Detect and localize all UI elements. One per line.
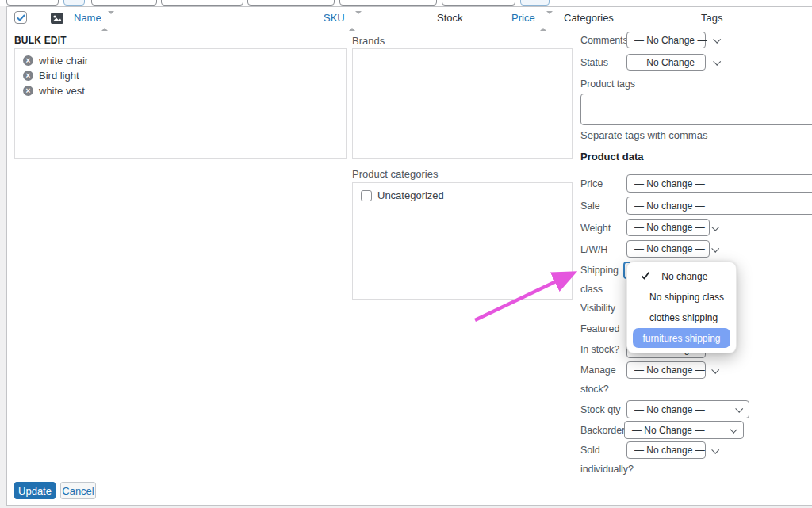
stock-qty-select[interactable]: — No change — [626,400,749,418]
column-header-categories: Categories [564,12,614,24]
image-column-icon [51,13,63,24]
product-name: white vest [39,85,85,97]
filter-input-1[interactable] [6,0,59,6]
sort-icon[interactable] [102,14,108,24]
bulk-edit-title: BULK EDIT [14,35,67,46]
product-categories-list: Uncategorized [352,182,573,300]
comments-select[interactable]: — No Change — [626,32,706,48]
sale-label: Sale [580,201,600,212]
update-button[interactable]: Update [14,482,56,499]
comments-label: Comments [580,35,628,46]
check-icon [641,271,650,281]
column-header-price[interactable]: Price [511,12,535,24]
product-tags-label: Product tags [580,78,635,90]
column-header-name[interactable]: Name [74,12,102,24]
select-all-checkbox[interactable] [14,11,27,24]
weight-label: Weight [580,223,611,234]
list-item: × white vest [23,85,85,97]
weight-select[interactable]: — No change — [626,219,710,236]
category-option-label: Uncategorized [377,189,444,201]
product-tags-input[interactable] [580,94,812,125]
sale-select[interactable]: — No change — [626,197,812,215]
brands-label: Brands [352,35,385,47]
uncategorized-checkbox[interactable] [361,190,372,201]
sold-individually-label-line1: Sold [580,445,600,456]
column-header-tags: Tags [701,12,722,24]
list-item: × white chair [23,55,88,67]
remove-product-icon[interactable]: × [23,71,33,81]
sold-individually-label-line2: individually? [580,464,634,475]
menu-item-no-change[interactable]: — No change — [633,266,730,286]
filter-input-4[interactable] [247,0,335,6]
column-header-stock: Stock [437,12,463,24]
manage-stock-label-line2: stock? [580,384,609,395]
checkmark-icon [17,14,25,21]
product-name: Bird light [39,70,79,82]
filter-button-2[interactable] [520,0,550,6]
filter-input-6[interactable] [442,0,515,6]
product-categories-label: Product categories [352,168,438,180]
left-gutter [0,6,6,508]
shipping-class-dropdown-menu: — No change — No shipping class clothes … [626,262,737,353]
bulk-edit-product-list: × white chair × Bird light × white vest [14,48,347,159]
featured-label: Featured [580,323,619,334]
lwh-select[interactable]: — No change — [626,240,710,258]
stock-qty-label: Stock qty [580,404,621,415]
column-header-sku[interactable]: SKU [324,12,345,24]
status-label: Status [580,57,608,68]
in-stock-label: In stock? [580,344,619,355]
shipping-class-label-line2: class [580,284,603,295]
cancel-button[interactable]: Cancel [60,482,96,499]
chevron-down-icon [730,426,737,434]
shipping-class-label-line1: Shipping [580,265,619,276]
sort-icon[interactable] [349,14,355,24]
remove-product-icon[interactable]: × [23,55,33,66]
visibility-label: Visibility [580,303,615,314]
table-header-row: Name SKU Stock Price Categories Tags [7,7,812,29]
brands-list[interactable] [352,48,573,159]
status-select[interactable]: — No Change — [626,54,706,71]
filter-button-1[interactable] [63,0,85,6]
manage-stock-label-line1: Manage [580,365,616,376]
filter-input-5[interactable] [339,0,437,6]
price-label: Price [580,178,603,189]
manage-stock-select[interactable]: — No change — [626,361,706,379]
sold-individually-select[interactable]: — No change — [626,441,706,459]
menu-item-furnitures-shipping[interactable]: furnitures shipping [633,328,730,348]
filter-input-3[interactable] [161,0,243,6]
product-name: white chair [39,55,88,67]
tags-helper-text: Separate tags with commas [580,129,707,141]
sort-icon[interactable] [540,14,546,24]
menu-item-clothes-shipping[interactable]: clothes shipping [633,307,730,327]
lwh-label: L/W/H [580,244,607,255]
chevron-down-icon [735,405,743,413]
filter-input-2[interactable] [91,0,157,6]
menu-item-no-shipping-class[interactable]: No shipping class [633,287,730,307]
list-item: × Bird light [23,70,79,82]
backorders-select[interactable]: — No Change — [624,421,744,439]
product-data-heading: Product data [580,151,643,162]
bulk-edit-page: Name SKU Stock Price Categories Tags BUL… [0,0,812,508]
remove-product-icon[interactable]: × [23,86,33,96]
price-select[interactable]: — No change — [626,174,812,193]
